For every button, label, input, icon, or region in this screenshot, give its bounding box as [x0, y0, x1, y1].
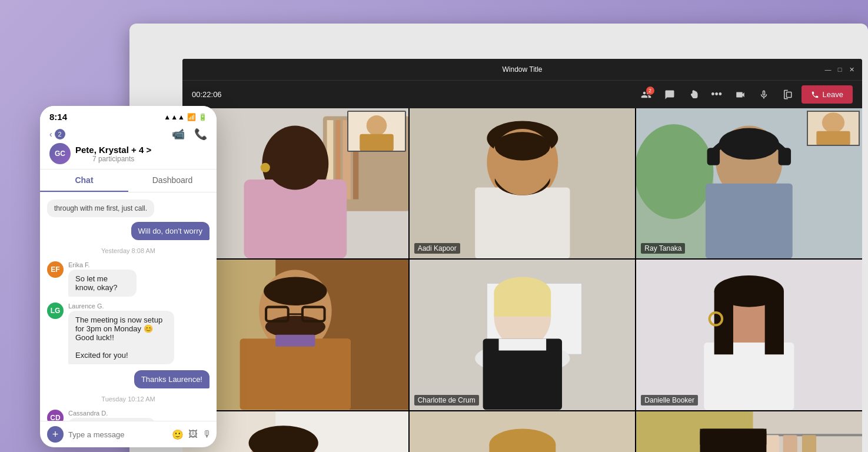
signal-icon: ▲▲▲ [164, 113, 185, 121]
chat-messages[interactable]: through with me first, just call. Will d… [40, 192, 217, 421]
svg-point-34 [822, 112, 844, 132]
msg-row-cassandra: CD Cassandra D. I'm sure you'll knock 'e… [47, 410, 209, 421]
mic-input-icon[interactable]: 🎙 [202, 429, 212, 440]
tab-chat[interactable]: Chat [40, 170, 128, 192]
leave-button[interactable]: Leave [802, 85, 853, 104]
svg-rect-61 [765, 291, 784, 355]
title-bar: Window Title — □ ✕ [182, 59, 862, 80]
svg-rect-32 [779, 148, 791, 165]
input-action-icons: 🙂 🖼 🎙 [172, 429, 212, 440]
svg-point-41 [264, 277, 327, 305]
video-cell-5: Charlotte de Crum [410, 260, 636, 410]
svg-rect-29 [706, 184, 793, 259]
minimize-button[interactable]: — [824, 66, 832, 73]
svg-rect-60 [714, 291, 733, 355]
phone-call-icon[interactable]: 📞 [194, 128, 207, 141]
svg-rect-19 [475, 187, 570, 258]
close-button[interactable]: ✕ [848, 66, 855, 73]
msg-laurence: The meeting is now setup for 3pm on Mond… [68, 311, 174, 364]
phone-panel: 8:14 ▲▲▲ 📶 🔋 ‹ 2 📹 📞 GC Pete, Krystal + … [40, 106, 217, 447]
group-avatar: GC [49, 143, 71, 164]
svg-rect-46 [275, 335, 315, 347]
video-call-icon[interactable]: 📹 [172, 128, 185, 141]
tab-dashboard[interactable]: Dashboard [128, 170, 217, 192]
teams-window: Window Title — □ ✕ 00:22:06 2 [182, 59, 862, 452]
battery-icon: 🔋 [198, 113, 207, 121]
svg-rect-53 [494, 293, 551, 317]
svg-point-11 [261, 163, 270, 172]
msg-thanks: Thanks Laurence! [134, 370, 209, 388]
message-input[interactable] [68, 430, 167, 439]
video-cell-6: Danielle Booker [636, 260, 862, 410]
name-ray: Ray Tanaka [641, 243, 685, 254]
emoji-icon[interactable]: 🙂 [172, 429, 184, 440]
svg-rect-87 [802, 435, 816, 452]
name-aadi: Aadi Kapoor [414, 243, 460, 254]
camera-button[interactable] [731, 85, 750, 104]
msg-will-do: Will do, don't worry [131, 222, 209, 240]
name-danielle: Danielle Booker [641, 395, 698, 406]
chat-header: ‹ 2 📹 📞 GC Pete, Krystal + 4 > 7 partici… [40, 124, 217, 170]
add-button[interactable]: + [47, 426, 64, 443]
pip-video [347, 111, 406, 152]
mic-button[interactable] [754, 85, 773, 104]
avatar-laurence: LG [47, 303, 64, 319]
window-title: Window Title [502, 65, 542, 74]
video-cell-2: Aadi Kapoor [410, 108, 636, 258]
msg-row-erika: EF Erika F. So let me know, okay? [47, 261, 209, 297]
toolbar: 00:22:06 2 ••• [182, 80, 862, 108]
phone-time: 8:14 [49, 112, 67, 122]
svg-rect-86 [783, 435, 797, 452]
chat-input-area: + 🙂 🖼 🎙 [40, 421, 217, 447]
timestamp-yesterday: Yesterday 8:08 AM [47, 247, 209, 254]
avatar-erika: EF [47, 261, 64, 278]
back-button[interactable]: ‹ 2 [49, 129, 65, 139]
call-timer: 00:22:06 [192, 90, 222, 99]
msg-cut: through with me first, just call. [47, 200, 154, 217]
contact-name: Pete, Krystal + 4 > [75, 145, 151, 155]
video-cell-9: Krystal McKinney [636, 411, 862, 452]
image-icon[interactable]: 🖼 [188, 429, 198, 440]
svg-rect-31 [707, 148, 720, 165]
svg-point-23 [494, 132, 550, 160]
video-cell-3: Ray Tanaka [636, 108, 862, 258]
msg-erika: So let me know, okay? [68, 270, 137, 297]
wifi-icon: 📶 [187, 113, 196, 121]
svg-point-10 [265, 129, 325, 190]
maximize-button[interactable]: □ [836, 66, 843, 73]
svg-point-27 [636, 124, 713, 219]
status-bar: 8:14 ▲▲▲ 📶 🔋 [40, 106, 217, 124]
svg-rect-9 [244, 180, 347, 258]
call-action-icons: 📹 📞 [172, 128, 207, 141]
avatar-cassandra: CD [47, 410, 64, 421]
sender-erika: Erika F. [68, 261, 159, 268]
share-button[interactable] [778, 85, 797, 104]
signal-icons: ▲▲▲ 📶 🔋 [164, 113, 207, 121]
participants-label: 7 participants [75, 155, 151, 163]
raise-hand-button[interactable] [684, 85, 703, 104]
svg-rect-35 [816, 131, 850, 145]
svg-point-14 [366, 115, 387, 136]
svg-rect-54 [498, 339, 546, 351]
svg-rect-91 [700, 428, 767, 444]
participants-button[interactable]: 2 [637, 85, 656, 104]
back-chevron: ‹ [49, 129, 52, 139]
toolbar-actions: 2 ••• [637, 85, 853, 104]
svg-rect-78 [489, 444, 556, 452]
chat-tabs: Chat Dashboard [40, 170, 217, 192]
more-button[interactable]: ••• [707, 85, 726, 104]
video-cell-8: Nathan Rigby [410, 411, 636, 452]
video-grid: Aadi Kapoor [182, 108, 862, 452]
sender-laurence: Laurence G. [68, 303, 209, 310]
svg-rect-85 [765, 435, 779, 452]
name-charlotte: Charlotte de Crum [414, 395, 479, 406]
chat-button[interactable] [660, 85, 679, 104]
back-row: ‹ 2 📹 📞 [49, 128, 207, 141]
svg-rect-15 [360, 134, 394, 151]
participants-badge: 2 [646, 87, 654, 95]
svg-point-42 [265, 316, 325, 338]
timestamp-tuesday: Tuesday 10:12 AM [47, 396, 209, 403]
back-count: 2 [55, 129, 65, 139]
msg-row-laurence: LG Laurence G. The meeting is now setup … [47, 303, 209, 364]
sender-cassandra: Cassandra D. [68, 410, 184, 417]
